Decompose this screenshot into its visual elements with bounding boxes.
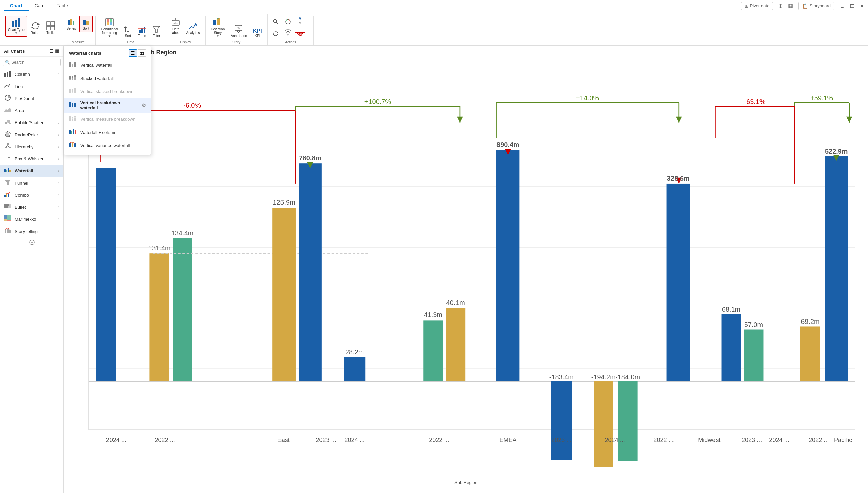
svg-rect-84 [7,220,11,221]
sidebar-item-story-telling[interactable]: Story telling › [0,225,63,237]
bullet-icon [4,203,12,211]
search-action-button[interactable] [270,18,281,25]
sidebar-item-column[interactable]: Column › [0,68,63,80]
svg-rect-83 [7,215,11,220]
storyboard-button[interactable]: 📋 Storyboard [799,2,834,10]
sidebar-item-story-label: Story telling [15,229,38,234]
refresh-action-button[interactable] [270,30,281,37]
sidebar-item-marimekko[interactable]: Marimekko › [0,213,63,225]
svg-point-54 [5,122,7,124]
submenu-item-vertical-variance-waterfall[interactable]: Vertical variance waterfall [64,139,151,152]
svg-rect-60 [5,147,7,148]
analytics-button[interactable]: Analytics [184,19,203,37]
close-icon[interactable]: ✕ [860,3,864,9]
data-labels-label: Datalabels [171,27,180,35]
list-view-icon[interactable]: ☰ [49,48,54,54]
sort-button[interactable]: Sort [121,23,135,40]
icon-btn-1[interactable]: ⊕ [778,3,783,9]
deviation-button[interactable]: DeviationStory ▼ [208,15,228,40]
svg-rect-121 [69,143,71,147]
svg-text:2024 ...: 2024 ... [344,436,365,443]
submenu-view-toggle: ☰ ▦ [129,49,146,57]
sidebar-item-column-label: Column [15,72,30,77]
top-n-button[interactable]: Top n [136,23,149,40]
grid-view-button[interactable]: ▦ [138,49,146,57]
svg-rect-100 [69,89,71,93]
submenu-item-stacked-waterfall[interactable]: Stacked waterfall [64,72,151,85]
color-action-button[interactable] [283,18,293,25]
pivot-icon: ⊞ [745,3,749,9]
svg-rect-156 [149,253,169,381]
tab-table[interactable]: Table [51,1,74,11]
submenu-item-vertical-breakdown-waterfall[interactable]: Vertical breakdown waterfall ⚙ [64,98,151,113]
settings-action-button[interactable]: ▼ [283,27,293,37]
filter-button[interactable]: Filter [149,23,163,40]
svg-rect-51 [7,72,8,77]
submenu-item-vertical-variance-label: Vertical variance waterfall [80,143,130,148]
trellis-button[interactable]: Trellis [44,19,58,37]
conditional-formatting-button[interactable]: Conditionalformatting ▼ [99,16,121,40]
sidebar-item-combo[interactable]: Combo › [0,189,63,201]
grid-view-icon[interactable]: ▦ [55,48,59,54]
svg-rect-52 [9,71,11,77]
svg-text:57.0m: 57.0m [744,321,763,328]
svg-rect-81 [4,215,7,219]
rotate-button[interactable]: Rotate [28,19,43,37]
top-n-label: Top n [138,34,146,38]
svg-text:68.1m: 68.1m [722,306,740,313]
svg-rect-93 [74,62,76,67]
sidebar-item-waterfall[interactable]: Waterfall › [0,165,63,177]
sidebar-item-box-whisker[interactable]: Box & Whisker › [0,153,63,165]
submenu-item-vertical-measure-label: Vertical measure breakdown [80,117,136,122]
svg-rect-163 [298,164,322,381]
svg-rect-122 [71,142,73,147]
icon-btn-2[interactable]: ▦ [788,3,793,9]
submenu-settings-icon[interactable]: ⚙ [142,103,146,108]
search-input[interactable] [12,60,59,65]
svg-rect-85 [5,229,6,233]
submenu-item-waterfall-column[interactable]: Waterfall + column [64,126,151,139]
data-group-label: Data [127,40,135,44]
series-button[interactable]: Series [64,16,79,32]
sidebar-item-line[interactable]: Line › [0,80,63,92]
annotation-label: Annotation [231,34,247,38]
sidebar-item-radar[interactable]: Radar/Polar › [0,129,63,141]
kpi-label: KPI [255,34,260,38]
tab-chart[interactable]: Chart [4,1,28,11]
pie-chart-icon [4,95,12,102]
svg-rect-118 [71,131,72,134]
tab-card[interactable]: Card [28,1,51,11]
vertical-variance-waterfall-icon [69,141,77,150]
sidebar-item-bubble[interactable]: Bubble/Scatter › [0,116,63,129]
kpi-button[interactable]: KPI KPI [250,26,265,40]
add-chart-button[interactable] [0,237,63,247]
submenu-item-vertical-waterfall[interactable]: Vertical waterfall [64,59,151,72]
export-pdf-button[interactable]: PDF [295,32,305,37]
svg-rect-87 [9,230,11,233]
svg-rect-82 [4,219,7,221]
sidebar-item-pie-label: Pie/Donut [15,96,34,101]
annotation-button[interactable]: ✎ Annotation [228,22,250,40]
svg-text:2024 ...: 2024 ... [769,436,789,443]
svg-rect-105 [69,102,71,107]
pivot-data-button[interactable]: ⊞ Pivot data [741,2,773,10]
sidebar-item-area[interactable]: Area › [0,104,63,116]
chart-type-button[interactable]: Chart Type ▼ [5,16,27,37]
split-button[interactable]: Split [79,16,93,32]
submenu-item-vertical-stacked-breakdown-label: Vertical stacked breakdown [80,89,133,94]
sidebar-item-pie-donut[interactable]: Pie/Donut › [0,92,63,104]
list-view-button[interactable]: ☰ [129,49,137,57]
minimize-icon[interactable]: 🗕 [840,3,845,9]
marimekko-chevron-icon: › [59,217,59,221]
sidebar-item-bullet[interactable]: Bullet › [0,201,63,213]
data-labels-button[interactable]: abc Datalabels [169,16,183,37]
sidebar-item-funnel[interactable]: Funnel › [0,177,63,189]
maximize-icon[interactable]: 🗖 [850,3,854,9]
ribbon-items-actions: A A ▼ PDF [270,16,311,37]
text-size-action-button[interactable]: A A [295,16,305,25]
svg-marker-139 [457,117,463,123]
sidebar-item-hierarchy[interactable]: Hierarchy › [0,141,63,153]
svg-rect-92 [71,64,73,67]
svg-rect-72 [9,170,11,172]
svg-rect-168 [423,320,443,381]
